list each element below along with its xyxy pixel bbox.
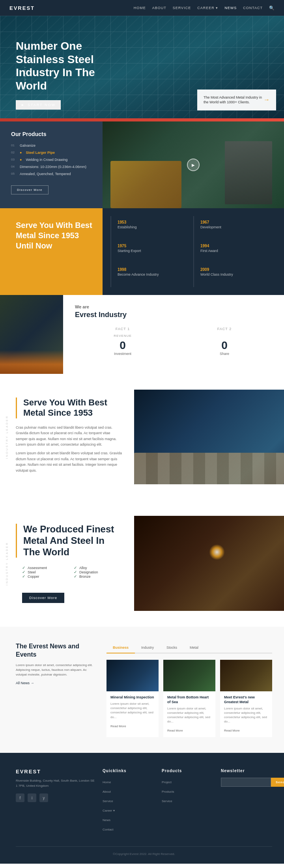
news-body: Lorem ipsum dolor sit amet, consectetur … xyxy=(16,663,95,677)
nav-career[interactable]: CAREER ▾ xyxy=(197,6,218,10)
nav-home[interactable]: HOME xyxy=(134,6,146,10)
check-icon: ✓ xyxy=(74,574,77,579)
hero-info-text: The Most Advanced Metal Industry in the … xyxy=(204,95,263,105)
news-card-text-1: Lorem ipsum dolor sit amet, consectetur … xyxy=(110,702,155,719)
feature-item: ✓ Designation xyxy=(74,570,122,574)
nav-about[interactable]: ABOUT xyxy=(152,6,166,10)
newsletter-title: Newsletter xyxy=(221,769,284,773)
hero-info-arrow-icon[interactable]: → xyxy=(263,96,270,103)
footer-address: Riverside Building, County Hall, South B… xyxy=(16,778,95,789)
worker-visual xyxy=(134,516,284,611)
news-card-image-3 xyxy=(220,660,272,691)
youtube-icon[interactable]: y xyxy=(39,793,48,802)
spark-visual xyxy=(209,544,225,560)
nav-contact[interactable]: CONTACT xyxy=(243,6,263,10)
facts-grid: Fact 1 Revenue 0 Investment Fact 2 0 Sha… xyxy=(75,327,272,356)
list-item: About xyxy=(103,787,154,794)
hero-cta-label: START NOW xyxy=(28,103,56,107)
hero-cta-button[interactable]: ► START NOW xyxy=(16,100,61,110)
fact-revenue: Fact 1 Revenue 0 Investment xyxy=(75,327,170,356)
share-value: 0 xyxy=(177,339,272,352)
produced-discover-button[interactable]: Discover More xyxy=(22,593,64,603)
list-item: News xyxy=(103,816,154,823)
feature-item: ✓ Bronze xyxy=(74,574,122,579)
footer-brand-name: EVREST xyxy=(16,769,95,775)
copyright-text: ©Copyright Evrest 2022. All Right Reserv… xyxy=(16,852,272,856)
products-section: Our Products 01 Galvanize 02 ● Steel Lar… xyxy=(0,121,284,208)
news-card-body-3: Meet Evrest's new Greatest Metal Lorem i… xyxy=(220,691,272,737)
footer-link-service[interactable]: Service xyxy=(103,799,113,803)
video-play-button[interactable]: ▶ xyxy=(187,159,200,171)
discover-more-button[interactable]: Discover More xyxy=(11,185,49,194)
check-icon: ✓ xyxy=(22,566,25,570)
footer-brand-col: EVREST Riverside Building, County Hall, … xyxy=(16,769,95,834)
factory-machine-visual xyxy=(110,161,181,208)
fact1-label: Fact 1 xyxy=(75,327,170,331)
search-icon[interactable]: 🔍 xyxy=(269,6,275,11)
timeline-year: 1967 xyxy=(200,220,270,224)
all-news-link[interactable]: All News → xyxy=(16,681,95,685)
brand-logo[interactable]: EVREST xyxy=(9,5,35,11)
timeline-items: 1953 Establishing 1967 Development 1975 … xyxy=(103,208,284,295)
tab-metal[interactable]: Metal xyxy=(183,642,205,653)
timeline-left: Serve You With Best Metal Since 1953 Unt… xyxy=(0,208,103,295)
footer-product-project[interactable]: Project xyxy=(162,780,172,784)
check-icon: ✓ xyxy=(22,570,25,574)
social-icons-row: f i y xyxy=(16,793,95,802)
footer-link-home[interactable]: Home xyxy=(103,780,111,784)
features-right-col: ✓ Alloy ✓ Designation ✓ Bronze xyxy=(74,566,122,579)
hero-title: Number One Stainless Steel Industry In T… xyxy=(16,39,126,92)
list-item: 02 ● Steel Larger Pipe xyxy=(11,151,95,155)
facts-subtitle: We are xyxy=(75,304,272,309)
tab-business[interactable]: Business xyxy=(106,642,135,653)
news-card-title-2: Metal from Bottom Heart of Sea xyxy=(167,695,211,704)
news-card-image-1 xyxy=(106,660,159,691)
tab-industry[interactable]: Industry xyxy=(135,642,160,653)
hero-section: INDUSTRY LEADER Number One Stainless Ste… xyxy=(0,16,284,118)
facts-content-panel: We are Evrest Industry Fact 1 Revenue 0 … xyxy=(63,295,284,374)
list-item: Project xyxy=(162,778,213,785)
timeline-event: World Class Industry xyxy=(200,273,270,276)
read-more-1[interactable]: Read More xyxy=(110,724,126,728)
nav-news[interactable]: NEWS xyxy=(224,6,237,10)
news-card-text-3: Lorem ipsum dolor sit amet, consectetur … xyxy=(224,706,268,724)
serve-section: INDUSTRY LEADER Serve You With Best Meta… xyxy=(0,374,284,500)
footer-link-about[interactable]: About xyxy=(103,790,111,793)
products-title: Our Products xyxy=(11,131,95,137)
produced-image-panel xyxy=(134,516,284,611)
timeline-event: First Award xyxy=(200,249,270,253)
read-more-3[interactable]: Read More xyxy=(224,729,240,732)
footer-product-service[interactable]: Service xyxy=(162,799,172,803)
footer-quicklinks-col: Quicklinks Home About Service Career ▾ N… xyxy=(103,769,154,834)
news-card-body-2: Metal from Bottom Heart of Sea Lorem ips… xyxy=(163,691,215,737)
news-header: The Evrest News and Events Lorem ipsum d… xyxy=(16,642,272,737)
serve-side-label: INDUSTRY LEADER xyxy=(6,415,8,459)
newsletter-input[interactable] xyxy=(221,778,271,787)
fact-share: Fact 2 0 Share xyxy=(177,327,272,356)
nav-service[interactable]: SERVICE xyxy=(173,6,191,10)
list-item: Career ▾ xyxy=(103,806,154,813)
instagram-icon[interactable]: i xyxy=(28,793,36,802)
footer-link-news[interactable]: News xyxy=(103,818,110,822)
produced-left-panel: INDUSTRY LEADER We Produced Finest Metal… xyxy=(0,516,134,611)
timeline-section: Serve You With Best Metal Since 1953 Unt… xyxy=(0,208,284,295)
features-left-col: ✓ Assessment ✓ Steel ✓ Copper xyxy=(22,566,71,579)
produced-features: ✓ Assessment ✓ Steel ✓ Copper ✓ Alloy xyxy=(16,566,122,579)
newsletter-form: Send xyxy=(221,778,284,787)
facts-title: Evrest Industry xyxy=(75,311,272,319)
footer-grid: EVREST Riverside Building, County Hall, … xyxy=(16,769,272,834)
footer-product-products[interactable]: Products xyxy=(162,790,174,793)
footer-link-contact[interactable]: Contact xyxy=(103,828,114,831)
timeline-item-1975: 1975 Starting Export xyxy=(110,240,193,263)
produced-side-label: INDUSTRY LEADER xyxy=(6,541,8,585)
list-item: Service xyxy=(162,797,213,804)
newsletter-send-button[interactable]: Send xyxy=(271,778,284,787)
facebook-icon[interactable]: f xyxy=(16,793,24,802)
timeline-item-1953: 1953 Establishing xyxy=(110,216,193,240)
tab-stocks[interactable]: Stocks xyxy=(160,642,183,653)
products-footer-title: Products xyxy=(162,769,213,773)
read-more-2[interactable]: Read More xyxy=(167,729,183,732)
list-item: 01 Galvanize xyxy=(11,144,95,147)
list-item: 04 Dimensions: 10-220mm (0.236m-4.06mm) xyxy=(11,165,95,169)
footer-link-career[interactable]: Career ▾ xyxy=(103,809,115,812)
